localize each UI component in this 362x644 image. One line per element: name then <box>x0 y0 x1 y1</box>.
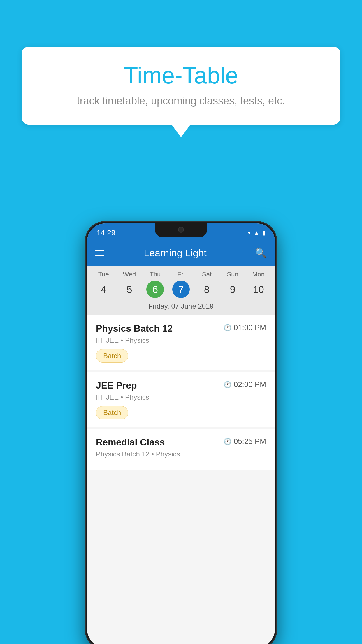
batch-badge: Batch <box>96 349 128 363</box>
wifi-icon: ▾ <box>248 229 251 236</box>
batch-badge: Batch <box>96 406 128 419</box>
battery-icon: ▮ <box>262 229 266 236</box>
day-name: Sun <box>227 271 238 278</box>
calendar-date-label: Friday, 07 June 2019 <box>87 298 275 315</box>
calendar-strip: Tue4Wed5Thu6Fri7Sat8Sun9Mon10 Friday, 07… <box>87 266 275 315</box>
schedule-category: Physics Batch 12 • Physics <box>96 450 266 458</box>
schedule-item[interactable]: Remedial Class🕐 05:25 PMPhysics Batch 12… <box>87 429 275 470</box>
speech-bubble-card: Time-Table track timetable, upcoming cla… <box>22 47 340 125</box>
day-number[interactable]: 4 <box>95 281 112 298</box>
power-button <box>277 314 277 346</box>
status-icons: ▾ ▲ ▮ <box>248 229 266 236</box>
day-name: Thu <box>150 271 161 278</box>
day-number[interactable]: 10 <box>250 281 267 298</box>
clock-icon: 🕐 <box>224 381 231 388</box>
hamburger-menu-button[interactable] <box>95 250 104 256</box>
volume-up-button <box>85 297 85 317</box>
schedule-item[interactable]: JEE Prep🕐 02:00 PMIIT JEE • PhysicsBatch <box>87 372 275 427</box>
calendar-day-5[interactable]: Wed5 <box>118 271 141 298</box>
day-name: Mon <box>252 271 265 278</box>
schedule-name: Remedial Class <box>96 437 165 448</box>
calendar-day-8[interactable]: Sat8 <box>195 271 219 298</box>
signal-icon: ▲ <box>254 230 259 236</box>
day-name: Wed <box>123 271 136 278</box>
clock-icon: 🕐 <box>224 324 231 332</box>
schedule-time: 🕐 02:00 PM <box>224 380 266 389</box>
day-number[interactable]: 8 <box>198 281 216 298</box>
schedule-list[interactable]: Physics Batch 12🕐 01:00 PMIIT JEE • Phys… <box>87 315 275 472</box>
schedule-item-header: Physics Batch 12🕐 01:00 PM <box>96 323 266 334</box>
schedule-item-header: JEE Prep🕐 02:00 PM <box>96 380 266 391</box>
schedule-item[interactable]: Physics Batch 12🕐 01:00 PMIIT JEE • Phys… <box>87 315 275 370</box>
app-bar: Learning Light 🔍 <box>87 240 275 266</box>
schedule-time: 🕐 05:25 PM <box>224 437 266 446</box>
schedule-name: Physics Batch 12 <box>96 323 173 334</box>
calendar-day-4[interactable]: Tue4 <box>92 271 115 298</box>
calendar-day-10[interactable]: Mon10 <box>247 271 270 298</box>
search-icon[interactable]: 🔍 <box>255 247 267 258</box>
bubble-subtitle: track timetable, upcoming classes, tests… <box>39 95 323 107</box>
calendar-days: Tue4Wed5Thu6Fri7Sat8Sun9Mon10 <box>87 271 275 298</box>
schedule-category: IIT JEE • Physics <box>96 393 266 401</box>
day-name: Sat <box>202 271 212 278</box>
camera-icon <box>178 227 184 233</box>
day-name: Fri <box>177 271 185 278</box>
bubble-title: Time-Table <box>39 63 323 88</box>
clock-icon: 🕐 <box>224 438 231 445</box>
schedule-time: 🕐 01:00 PM <box>224 323 266 332</box>
calendar-day-9[interactable]: Sun9 <box>221 271 244 298</box>
phone-notch <box>155 223 207 237</box>
day-number[interactable]: 7 <box>172 281 190 298</box>
day-number[interactable]: 9 <box>224 281 241 298</box>
calendar-day-7[interactable]: Fri7 <box>169 271 193 298</box>
phone-frame: 14:29 ▾ ▲ ▮ Learning Light 🔍 Tue4Wed5Thu… <box>85 221 277 644</box>
schedule-category: IIT JEE • Physics <box>96 336 266 344</box>
status-time: 14:29 <box>96 228 115 237</box>
phone-screen: 14:29 ▾ ▲ ▮ Learning Light 🔍 Tue4Wed5Thu… <box>87 223 275 644</box>
day-number[interactable]: 5 <box>121 281 138 298</box>
day-number[interactable]: 6 <box>146 281 164 298</box>
schedule-item-header: Remedial Class🕐 05:25 PM <box>96 437 266 448</box>
day-name: Tue <box>98 271 109 278</box>
schedule-name: JEE Prep <box>96 380 137 391</box>
app-title: Learning Light <box>111 247 239 259</box>
volume-down-button <box>85 326 85 346</box>
calendar-day-6[interactable]: Thu6 <box>143 271 167 298</box>
